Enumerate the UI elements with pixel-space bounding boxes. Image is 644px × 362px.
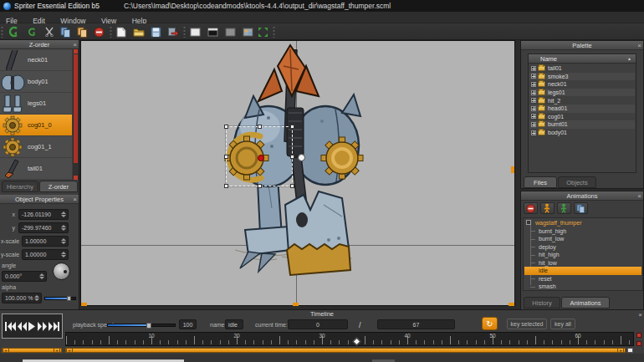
palette-row-legs01[interactable]: legs01 [529,89,635,97]
skip-to-start-button[interactable] [5,322,16,331]
yscale-spinner[interactable] [60,251,67,258]
redo-icon[interactable] [25,25,38,38]
speed-slider-handle[interactable] [146,323,151,329]
layout-view-1-icon[interactable] [188,25,202,38]
tab-zorder[interactable]: Z-order [39,181,78,192]
cut-icon[interactable] [43,25,56,38]
delete-icon[interactable] [92,25,105,38]
tab-history[interactable]: History [524,297,560,308]
expand-icon[interactable] [531,82,536,87]
save-icon[interactable] [149,25,162,38]
expand-icon[interactable] [531,90,536,95]
zorder-item-body01[interactable]: body01 [0,71,72,93]
expand-icon[interactable] [531,130,536,135]
palette-column-header[interactable]: Name ▲ [529,54,636,64]
close-icon[interactable]: × [73,195,77,204]
palette-row-body01[interactable]: body01 [529,129,635,137]
bone-joint-dot[interactable] [298,154,305,161]
fullscreen-icon[interactable] [256,25,269,38]
canvas-viewport[interactable] [80,40,515,306]
scroll-minus-button[interactable]: + [3,348,9,353]
new-animation-icon[interactable] [540,202,555,214]
palette-row-hit-2[interactable]: hit_2 [529,96,635,105]
selection-handle-sw[interactable] [224,184,228,188]
scroll-plus-button[interactable]: + [617,348,624,353]
scroll-arrow-button[interactable] [627,348,633,353]
x-spinner[interactable] [60,211,67,218]
palette-row-neck01[interactable]: neck01 [529,80,635,89]
new-file-icon[interactable] [115,25,128,38]
xscale-input[interactable]: 1.00000 [22,236,69,247]
angle-dial[interactable] [53,263,70,280]
layout-view-2-icon[interactable] [206,25,219,38]
undo-icon[interactable] [7,25,20,38]
zorder-item-legs01[interactable]: legs01 [0,93,72,115]
animation-item-reset[interactable]: reset [524,275,641,283]
animation-item-burnt-low[interactable]: burnt_low [524,235,641,243]
current-time-input[interactable]: 0 [288,319,348,329]
duplicate-animation-icon[interactable] [557,202,571,214]
delete-animation-icon[interactable] [524,202,538,214]
animation-item-smash[interactable]: smash [524,283,641,291]
tab-objects[interactable]: Objects [558,176,596,188]
x-input[interactable]: -126.01190 [18,209,69,220]
close-icon[interactable]: × [637,191,641,201]
y-input[interactable]: -299.97460 [18,222,69,233]
zorder-item-cog01-0[interactable]: cog01_0 [0,115,72,136]
palette-row-head01[interactable]: head01 [529,105,635,113]
vertical-mini-scrollbar[interactable] [636,341,641,346]
selection-handle-ne[interactable] [290,125,294,129]
tab-animations[interactable]: Animations [561,297,610,308]
layout-view-4-icon[interactable] [241,25,254,38]
angle-input[interactable]: 0.000° [2,271,47,282]
loop-playback-button[interactable]: ↻ [482,317,498,330]
step-back-button[interactable] [17,322,27,331]
close-icon[interactable]: × [73,40,77,49]
alpha-spinner[interactable] [33,294,40,302]
copy-icon[interactable] [59,25,72,38]
animation-item-burnt-high[interactable]: burnt_high [524,227,641,236]
expand-icon[interactable] [531,114,536,119]
selection-handle-s[interactable] [258,184,262,188]
zorder-item-neck01[interactable]: neck01 [0,49,72,71]
expand-icon[interactable] [531,74,536,79]
zorder-scrollbar[interactable] [73,49,79,180]
skip-to-end-button[interactable] [49,322,59,331]
animation-item-hit-high[interactable]: hit_high [524,251,641,259]
palette-row-burnt01[interactable]: burnt01 [529,120,635,129]
play-button[interactable] [28,322,36,331]
close-icon[interactable]: × [638,310,642,319]
layout-view-3-icon[interactable] [223,25,237,38]
alpha-input[interactable]: 100.000 % [2,293,42,303]
y-spinner[interactable] [60,224,67,232]
expand-icon[interactable] [531,106,536,111]
selection-handle-w[interactable] [224,155,228,159]
close-icon[interactable]: × [637,41,641,50]
vertical-mini-scrollbar[interactable] [636,333,641,338]
palette-row-cog01[interactable]: cog01 [529,113,635,121]
expand-icon[interactable] [531,66,536,71]
palette-row-tail01[interactable]: tail01 [529,64,635,73]
angle-spinner[interactable] [38,273,45,280]
tab-hierarchy[interactable]: Hierarchy [2,181,38,192]
selection-handle-nw[interactable] [224,125,228,129]
toolbar-drag-handle[interactable] [1,26,3,38]
key-selected-button[interactable]: key selected [507,319,547,329]
animation-item-deploy[interactable]: deploy [524,243,641,252]
scroll-minus-button[interactable]: + [66,348,73,353]
palette-row-smoke3[interactable]: smoke3 [529,73,635,81]
selection-handle-se[interactable] [290,184,294,188]
xscale-spinner[interactable] [60,237,67,245]
timeline-scrollbar[interactable] [65,348,626,353]
animation-item-idle[interactable]: idle [524,267,641,275]
zorder-item-tail01[interactable]: tail01 [0,158,72,180]
animation-name-input[interactable]: idle [225,319,243,329]
alpha-slider[interactable] [44,297,76,300]
animation-item-hit-low[interactable]: hit_low [524,259,641,268]
copy-animation-icon[interactable] [574,202,588,214]
playback-speed-slider[interactable] [107,324,176,327]
tab-files[interactable]: Files [524,176,557,188]
import-icon[interactable] [166,25,179,38]
alpha-slider-handle[interactable] [67,296,71,301]
zorder-item-cog01-1[interactable]: cog01_1 [0,136,72,158]
